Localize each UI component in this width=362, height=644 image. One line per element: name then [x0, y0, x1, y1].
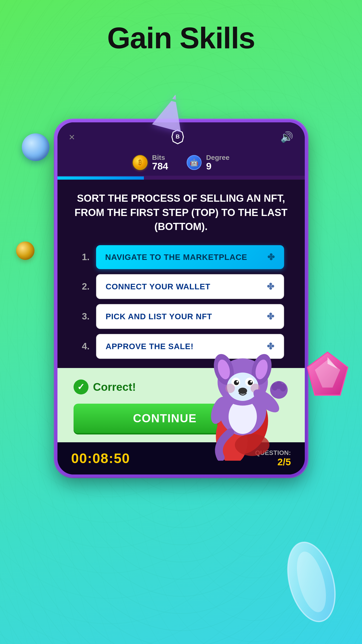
answer-number-3: 3.	[78, 311, 90, 322]
correct-text: Correct!	[93, 381, 136, 393]
svg-point-30	[280, 384, 286, 392]
mascot-dog-icon	[194, 341, 291, 461]
bits-coin-icon	[133, 155, 148, 170]
phone-outer: × B 🔊 Bits 784	[55, 120, 308, 477]
degree-avatar-icon: 🤖	[187, 155, 202, 170]
phone-inner: × B 🔊 Bits 784	[57, 122, 305, 474]
degree-info: Degree 9	[206, 154, 230, 171]
mascot-container	[194, 341, 291, 461]
deco-crystal-icon	[279, 538, 344, 626]
progress-bar-fill	[57, 176, 144, 180]
correct-check-icon	[73, 380, 88, 394]
bits-stat: Bits 784	[133, 154, 168, 171]
deco-gem-pink-icon	[302, 350, 353, 400]
answer-row-2: 2. CONNECT YOUR WALLET ✤	[78, 274, 284, 299]
answer-number-4: 4.	[78, 341, 90, 352]
answer-label-2: CONNECT YOUR WALLET	[106, 282, 211, 291]
svg-text:B: B	[176, 134, 180, 140]
answer-btn-3[interactable]: PICK AND LIST YOUR NFT ✤	[96, 304, 284, 329]
svg-point-21	[236, 381, 238, 382]
svg-point-19	[234, 380, 239, 385]
svg-point-32	[235, 434, 269, 456]
answer-row-3: 3. PICK AND LIST YOUR NFT ✤	[78, 304, 284, 329]
correct-panel: Correct! CONTINUE	[57, 368, 305, 442]
timer-display: 00:08:50	[71, 450, 130, 466]
deco-sphere-gold	[16, 242, 34, 260]
degree-value: 9	[206, 162, 230, 171]
page-title: Gain Skills	[0, 0, 362, 69]
drag-icon-1: ✤	[267, 252, 275, 262]
question-area: SORT THE PROCESS OF SELLING AN NFT, FROM…	[57, 180, 305, 368]
degree-label: Degree	[206, 154, 230, 162]
svg-point-23	[238, 388, 247, 394]
answer-btn-2[interactable]: CONNECT YOUR WALLET ✤	[96, 274, 284, 299]
close-button[interactable]: ×	[69, 132, 75, 142]
svg-point-24	[225, 384, 235, 393]
bits-info: Bits 784	[152, 154, 168, 171]
stats-bar: Bits 784 🤖 Degree 9	[57, 150, 305, 176]
progress-bar-container	[57, 176, 305, 180]
phone-container: × B 🔊 Bits 784	[55, 120, 308, 477]
answer-label-1: NAVIGATE TO THE MARKETPLACE	[105, 252, 247, 262]
answer-label-4: APPROVE THE SALE!	[106, 342, 194, 351]
deco-sphere-blue	[22, 134, 49, 161]
answer-number-2: 2.	[78, 281, 90, 292]
question-text: SORT THE PROCESS OF SELLING AN NFT, FROM…	[73, 191, 289, 234]
answer-btn-1[interactable]: NAVIGATE TO THE MARKETPLACE ✤	[96, 245, 284, 269]
bits-label: Bits	[152, 154, 168, 162]
answer-number-1: 1.	[78, 252, 90, 262]
drag-icon-2: ✤	[267, 282, 274, 292]
drag-icon-3: ✤	[267, 312, 274, 322]
svg-point-20	[248, 380, 253, 385]
brand-logo-icon: B	[170, 129, 186, 145]
degree-stat: 🤖 Degree 9	[187, 154, 230, 171]
answer-label-3: PICK AND LIST YOUR NFT	[106, 312, 212, 321]
brand-logo: B	[170, 129, 186, 145]
svg-marker-0	[172, 94, 177, 100]
answer-row-1: 1. NAVIGATE TO THE MARKETPLACE ✤	[78, 245, 284, 269]
bits-value: 784	[152, 162, 168, 171]
sound-icon[interactable]: 🔊	[280, 131, 293, 143]
svg-point-22	[250, 381, 252, 382]
